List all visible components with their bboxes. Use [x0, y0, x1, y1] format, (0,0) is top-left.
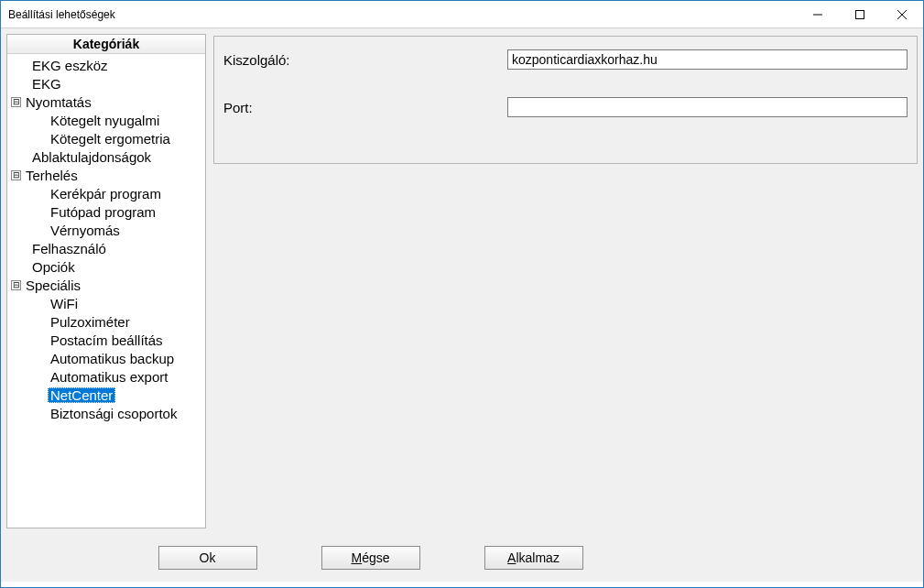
sidebar-header: Kategóriák	[7, 35, 205, 54]
titlebar: Beállítási lehetőségek	[1, 1, 923, 28]
port-label: Port:	[223, 100, 507, 115]
ok-button[interactable]: Ok	[158, 546, 257, 570]
tree-item-opciok[interactable]: Opciók	[7, 257, 205, 276]
tree-item-postacim[interactable]: Postacím beállítás	[7, 331, 205, 349]
collapse-icon[interactable]: ⊟	[11, 170, 21, 180]
window-controls	[797, 1, 923, 27]
tree-item-kotegelt-ergometria[interactable]: Kötegelt ergometria	[7, 129, 205, 147]
tree-item-ekg[interactable]: EKG	[7, 74, 205, 93]
server-input[interactable]	[507, 49, 908, 70]
tree-item-pulzoximeter[interactable]: Pulzoximéter	[7, 312, 205, 331]
tree-item-futopad[interactable]: Futópad program	[7, 202, 205, 221]
tree-item-ekg-eszkoz[interactable]: EKG eszköz	[7, 56, 205, 74]
server-label: Kiszolgáló:	[223, 52, 507, 68]
category-tree[interactable]: EKG eszköz EKG ⊟ Nyomtatás Kötegelt nyug…	[7, 54, 205, 528]
tree-item-auto-backup[interactable]: Automatikus backup	[7, 349, 205, 367]
apply-button[interactable]: Alkalmaz	[484, 546, 583, 570]
tree-item-ablaktulajdonsagok[interactable]: Ablaktulajdonságok	[7, 147, 205, 166]
tree-item-terheles[interactable]: ⊟ Terhelés	[7, 166, 205, 184]
window-title: Beállítási lehetőségek	[8, 8, 797, 21]
close-button[interactable]	[881, 1, 923, 27]
tree-item-specialis[interactable]: ⊟ Speciális	[7, 276, 205, 294]
collapse-icon[interactable]: ⊟	[11, 97, 21, 107]
tree-item-wifi[interactable]: WiFi	[7, 294, 205, 312]
minimize-button[interactable]	[797, 1, 839, 27]
tree-item-felhasznalo[interactable]: Felhasználó	[7, 239, 205, 257]
port-input[interactable]	[507, 97, 908, 117]
tree-item-nyomtatas[interactable]: ⊟ Nyomtatás	[7, 93, 205, 111]
tree-item-netcenter[interactable]: NetCenter	[7, 386, 205, 404]
cancel-button[interactable]: Mégse	[321, 546, 420, 570]
sidebar: Kategóriák EKG eszköz EKG ⊟ Nyomtatás Kö…	[6, 34, 206, 528]
tree-item-kotegelt-nyugalmi[interactable]: Kötegelt nyugalmi	[7, 111, 205, 129]
tree-item-auto-export[interactable]: Automatikus export	[7, 367, 205, 386]
maximize-button[interactable]	[839, 1, 881, 27]
collapse-icon[interactable]: ⊟	[11, 280, 21, 290]
tree-item-biztonsagi[interactable]: Biztonsági csoportok	[7, 404, 205, 422]
svg-rect-1	[856, 10, 864, 18]
settings-panel: Kiszolgáló: Port:	[213, 36, 918, 164]
tree-item-kerekpar[interactable]: Kerékpár program	[7, 184, 205, 202]
tree-item-vernyomas[interactable]: Vérnyomás	[7, 221, 205, 239]
button-bar: Ok Mégse Alkalmaz	[1, 534, 923, 582]
